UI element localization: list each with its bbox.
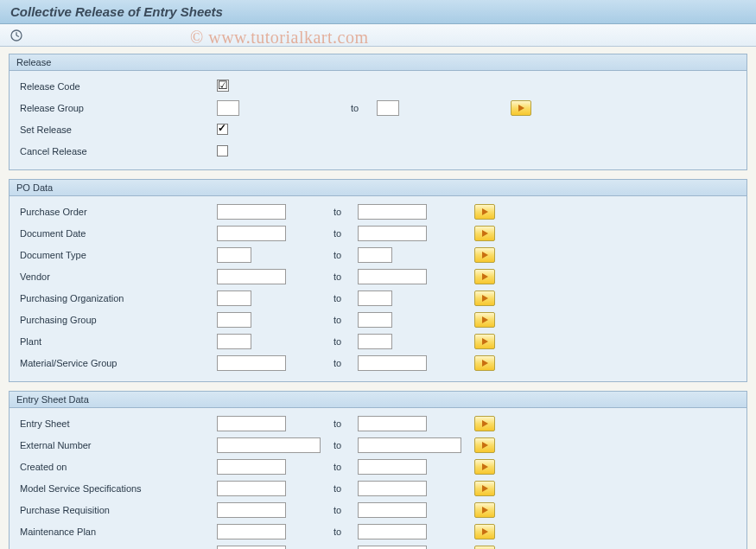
arrow-right-icon	[482, 463, 488, 470]
release-group-multi-button[interactable]	[511, 100, 531, 116]
arrow-right-icon	[482, 528, 488, 535]
entry_sheet-to-label: to	[334, 418, 358, 429]
created_on-from-input[interactable]	[217, 459, 286, 475]
purch_group-multi-button[interactable]	[474, 312, 495, 328]
purchase_req-from-input[interactable]	[217, 502, 286, 518]
plant-label: Plant	[18, 336, 217, 347]
freight_cost_doc-row: Freight Cost Documentto	[18, 543, 738, 549]
plant-from-input[interactable]	[217, 334, 251, 349]
arrow-right-icon	[482, 273, 488, 280]
set-release-checkbox[interactable]	[217, 124, 228, 135]
document_date-to-label: to	[334, 228, 358, 239]
document_date-multi-button[interactable]	[474, 226, 495, 241]
freight_cost_doc-multi-button[interactable]	[474, 546, 495, 549]
mat_svc_group-to-input[interactable]	[358, 355, 427, 371]
purch_group-to-input[interactable]	[358, 312, 392, 328]
created_on-to-input[interactable]	[358, 459, 427, 475]
entry_sheet-to-input[interactable]	[358, 416, 427, 431]
external_number-multi-button[interactable]	[474, 437, 495, 453]
model_svc_spec-row: Model Service Specificationsto	[18, 478, 738, 499]
arrow-right-icon	[482, 252, 488, 259]
purch_org-to-input[interactable]	[358, 290, 392, 306]
purch_org-to-label: to	[334, 293, 358, 303]
maint_plan-from-input[interactable]	[217, 524, 286, 539]
arrow-right-icon	[482, 338, 488, 345]
document_type-row: Document Typeto	[18, 245, 738, 265]
purchase_order-from-input[interactable]	[217, 204, 286, 220]
cancel-release-checkbox[interactable]	[217, 145, 228, 156]
purchase_order-multi-button[interactable]	[474, 204, 495, 220]
purch_org-from-input[interactable]	[217, 290, 251, 306]
release-group-from-input[interactable]	[217, 100, 239, 116]
purchase_req-to-input[interactable]	[358, 502, 427, 518]
maint_plan-to-label: to	[334, 527, 358, 537]
arrow-right-icon	[482, 507, 488, 514]
page-title: Collective Release of Entry Sheets	[0, 0, 756, 24]
purchase_order-label: Purchase Order	[18, 207, 217, 217]
plant-multi-button[interactable]	[474, 334, 495, 349]
document_type-to-input[interactable]	[358, 247, 392, 263]
model_svc_spec-to-input[interactable]	[358, 481, 427, 496]
model_svc_spec-multi-button[interactable]	[474, 481, 495, 496]
arrow-right-icon	[482, 485, 488, 492]
vendor-to-input[interactable]	[358, 269, 427, 284]
entry_sheet-from-input[interactable]	[217, 416, 286, 431]
purchase_req-label: Purchase Requisition	[18, 505, 217, 515]
document_type-label: Document Type	[18, 250, 217, 260]
maint_plan-label: Maintenance Plan	[18, 527, 217, 537]
entry_sheet-label: Entry Sheet	[18, 418, 217, 429]
arrow-right-icon	[482, 442, 488, 449]
execute-icon[interactable]	[9, 28, 24, 43]
entry_sheet-row: Entry Sheetto	[18, 413, 738, 434]
release-code-required-check[interactable]	[217, 80, 229, 92]
created_on-row: Created onto	[18, 456, 738, 477]
purch_group-from-input[interactable]	[217, 312, 251, 328]
purchase_req-multi-button[interactable]	[474, 502, 495, 518]
plant-to-label: to	[334, 336, 358, 347]
vendor-from-input[interactable]	[217, 269, 286, 284]
mat_svc_group-from-input[interactable]	[217, 355, 286, 371]
document_type-from-input[interactable]	[217, 247, 251, 263]
vendor-row: Vendorto	[18, 266, 738, 287]
maint_plan-multi-button[interactable]	[474, 524, 495, 539]
purch_group-to-label: to	[334, 315, 358, 325]
release-group-label: Release Group	[18, 103, 217, 113]
purch_org-multi-button[interactable]	[474, 290, 495, 306]
purchase_order-to-input[interactable]	[358, 204, 427, 220]
document_type-to-label: to	[334, 250, 358, 260]
cancel-release-label: Cancel Release	[18, 146, 217, 156]
page-title-text: Collective Release of Entry Sheets	[10, 4, 223, 19]
freight_cost_doc-from-input[interactable]	[217, 546, 286, 549]
arrow-right-icon	[518, 105, 524, 112]
plant-to-input[interactable]	[358, 334, 392, 349]
group-po-data: PO Data Purchase OrdertoDocument DatetoD…	[9, 179, 747, 382]
document_date-from-input[interactable]	[217, 226, 286, 241]
purchase_req-to-label: to	[334, 505, 358, 515]
created_on-multi-button[interactable]	[474, 459, 495, 475]
entry_sheet-multi-button[interactable]	[474, 416, 495, 431]
vendor-to-label: to	[334, 271, 358, 282]
group-release: Release Release Code Release Group to	[9, 54, 747, 170]
release-group-to-label: to	[351, 103, 377, 113]
external_number-to-input[interactable]	[358, 437, 461, 453]
external_number-to-label: to	[334, 440, 358, 450]
model_svc_spec-from-input[interactable]	[217, 481, 286, 496]
freight_cost_doc-to-input[interactable]	[358, 546, 427, 549]
vendor-multi-button[interactable]	[474, 269, 495, 284]
maint_plan-row: Maintenance Planto	[18, 521, 738, 542]
arrow-right-icon	[482, 230, 488, 237]
created_on-to-label: to	[334, 462, 358, 472]
document_date-to-input[interactable]	[358, 226, 427, 241]
model_svc_spec-to-label: to	[334, 483, 358, 494]
external_number-label: External Number	[18, 440, 217, 450]
release-group-to-input[interactable]	[377, 100, 399, 116]
svg-line-2	[16, 35, 19, 37]
document_date-label: Document Date	[18, 228, 217, 239]
mat_svc_group-multi-button[interactable]	[474, 355, 495, 371]
external_number-from-input[interactable]	[217, 437, 321, 453]
maint_plan-to-input[interactable]	[358, 524, 427, 539]
document_type-multi-button[interactable]	[474, 247, 495, 263]
mat_svc_group-label: Material/Service Group	[18, 358, 217, 368]
group-po-data-body: Purchase OrdertoDocument DatetoDocument …	[10, 196, 746, 381]
arrow-right-icon	[482, 208, 488, 215]
